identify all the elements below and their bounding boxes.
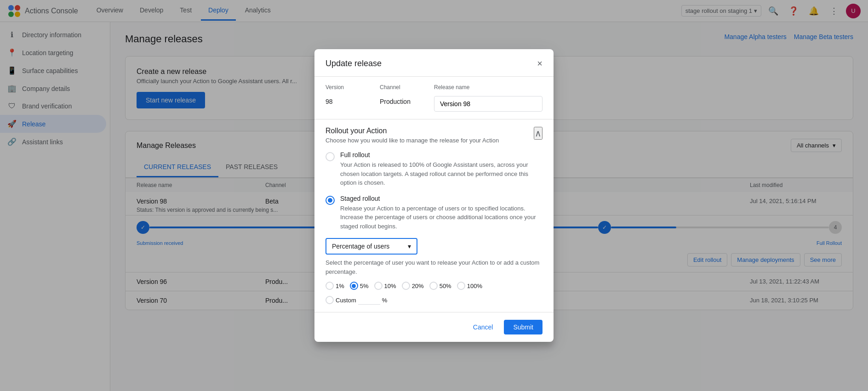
full-rollout-option[interactable]: Full rollout Your Action is released to … [326, 151, 542, 187]
pct-option-20[interactable]: 20% [402, 282, 424, 290]
pct-radio-10[interactable] [374, 282, 383, 290]
pct-radio-20[interactable] [402, 282, 410, 290]
channel-col-header: Channel [380, 84, 434, 92]
dialog-version-section: Version Channel Release name 98 Producti… [314, 77, 554, 119]
dialog-header: Update release × [314, 49, 554, 77]
percentage-options: 1% 5% 10% 20% 50% [326, 282, 542, 305]
dialog-rollout-section: Rollout your Action Choose how you would… [314, 119, 554, 312]
rollout-collapse-button[interactable]: ∧ [534, 127, 542, 140]
pct-label-50: 50% [440, 283, 451, 289]
pct-option-100[interactable]: 100% [457, 282, 482, 290]
pct-radio-5-inner [352, 284, 356, 288]
rollout-header: Rollout your Action Choose how you would… [326, 127, 542, 144]
rollout-title: Rollout your Action [326, 127, 499, 135]
pct-radio-100[interactable] [457, 282, 465, 290]
submit-button[interactable]: Submit [504, 320, 542, 334]
pct-option-50[interactable]: 50% [429, 282, 451, 290]
rollout-desc: Choose how you would like to manage the … [326, 137, 499, 144]
pct-option-1[interactable]: 1% [326, 282, 344, 290]
pct-label-5: 5% [360, 283, 369, 289]
pct-radio-50[interactable] [429, 282, 438, 290]
dialog-close-button[interactable]: × [537, 58, 542, 69]
pct-option-5[interactable]: 5% [350, 282, 369, 290]
update-release-dialog: Update release × Version Channel Release… [314, 49, 554, 342]
pct-radio-1[interactable] [326, 282, 334, 290]
staged-rollout-radio[interactable] [326, 196, 335, 205]
version-number: 98 [326, 96, 380, 112]
pct-option-10[interactable]: 10% [374, 282, 396, 290]
full-rollout-label: Full rollout [340, 151, 542, 159]
dialog-overlay: Update release × Version Channel Release… [0, 0, 868, 391]
pct-radio-5[interactable] [350, 282, 358, 290]
pct-label-100: 100% [467, 283, 482, 289]
version-col-header: Version [326, 84, 380, 92]
release-name-input[interactable] [434, 96, 542, 112]
pct-label-custom: Custom [336, 297, 356, 304]
dropdown-arrow-icon: ▾ [408, 243, 411, 250]
dropdown-hint: Select the percentage of user you want t… [326, 258, 542, 276]
percentage-dropdown-value: Percentage of users [332, 243, 389, 250]
full-rollout-desc: Your Action is released to 100% of Googl… [340, 160, 542, 187]
pct-label-10: 10% [384, 283, 396, 289]
staged-rollout-radio-inner [328, 198, 332, 203]
version-channel: Production [380, 96, 434, 112]
staged-rollout-label: Staged rollout [340, 195, 542, 202]
staged-rollout-desc: Release your Action to a percentage of u… [340, 204, 542, 231]
pct-label-20: 20% [412, 283, 424, 289]
percent-symbol: % [382, 297, 388, 304]
version-table: Version Channel Release name 98 Producti… [326, 84, 542, 112]
staged-rollout-option[interactable]: Staged rollout Release your Action to a … [326, 195, 542, 231]
release-name-col-header: Release name [434, 84, 542, 92]
custom-percentage-input[interactable] [358, 295, 380, 305]
pct-option-custom[interactable]: Custom % [326, 295, 387, 305]
dropdown-row: Percentage of users ▾ Select the percent… [326, 238, 542, 276]
dialog-footer: Cancel Submit [314, 312, 554, 342]
full-rollout-radio[interactable] [326, 152, 335, 161]
pct-radio-custom[interactable] [326, 296, 334, 304]
cancel-button[interactable]: Cancel [466, 320, 501, 334]
dialog-title: Update release [326, 59, 382, 68]
percentage-dropdown[interactable]: Percentage of users ▾ [326, 238, 417, 255]
pct-label-1: 1% [336, 283, 344, 289]
